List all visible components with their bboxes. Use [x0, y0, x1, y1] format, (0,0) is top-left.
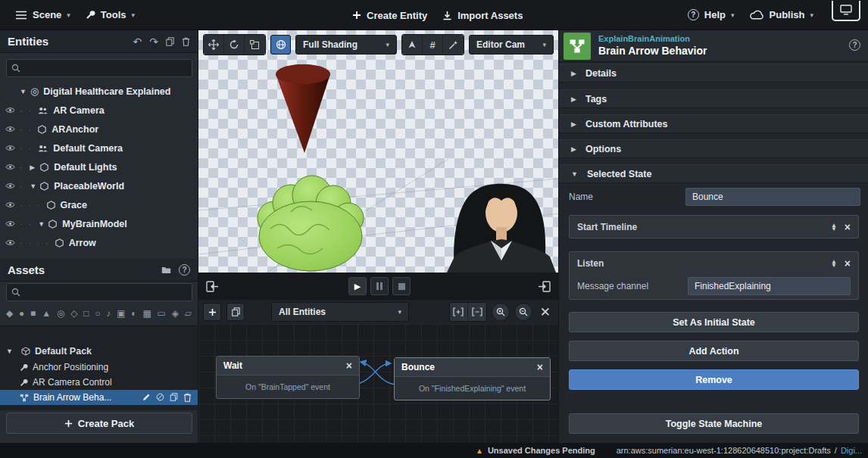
- asset-filter-icon[interactable]: ▱: [185, 308, 192, 319]
- visibility-eye-icon[interactable]: [0, 164, 20, 170]
- close-icon[interactable]: ×: [537, 361, 543, 373]
- preview-button[interactable]: [832, 1, 860, 21]
- tree-row-root[interactable]: ▼ ◎ Digital Healthcare Explained: [0, 82, 198, 101]
- message-channel-input[interactable]: [688, 277, 851, 295]
- delete-icon[interactable]: [182, 37, 190, 46]
- reorder-icon[interactable]: ▲▼: [831, 223, 837, 231]
- duplicate-state-button[interactable]: [226, 303, 245, 321]
- inspector-help-icon[interactable]: ?: [849, 39, 860, 51]
- visibility-eye-icon[interactable]: [0, 201, 20, 208]
- tree-row[interactable]: · ▼ PlaceableWorld: [0, 176, 198, 195]
- create-entity-button[interactable]: Create Entity: [345, 0, 435, 30]
- play-button[interactable]: ▶: [348, 277, 367, 295]
- camera-marker-button[interactable]: [402, 35, 423, 55]
- help-menu[interactable]: ? Help ▾: [680, 0, 742, 30]
- tree-row[interactable]: ·· AR Camera: [0, 101, 198, 120]
- visibility-eye-icon[interactable]: [0, 239, 20, 246]
- toggle-state-machine-button[interactable]: Toggle State Machine: [569, 413, 859, 434]
- tree-row[interactable]: ·· ▼ MyBrainModel: [0, 214, 198, 233]
- 3d-viewport[interactable]: Full Shading ▾ # Editor Cam ▾: [198, 30, 558, 273]
- import-assets-button[interactable]: Import Assets: [435, 0, 530, 30]
- state-node-wait[interactable]: Wait × On "BrainTapped" event: [216, 356, 360, 399]
- world-space-toggle[interactable]: [270, 35, 291, 55]
- tree-row[interactable]: · ▶ Default Lights: [0, 157, 198, 176]
- set-initial-state-button[interactable]: Set As Initial State: [569, 312, 859, 332]
- action-start-timeline[interactable]: Start Timeline ▲▼ ×: [569, 215, 859, 238]
- reorder-icon[interactable]: ▲▼: [831, 260, 837, 267]
- delete-icon[interactable]: [183, 393, 192, 402]
- asset-filter-icon[interactable]: ■: [30, 308, 36, 319]
- entities-search[interactable]: [6, 59, 192, 77]
- caret-down-icon[interactable]: ▼: [20, 88, 30, 95]
- caret-down-icon[interactable]: ▼: [38, 220, 48, 228]
- assets-help-icon[interactable]: ?: [179, 264, 190, 276]
- asset-type-filters[interactable]: ◆●■▲◎◇□○♪▣◐▦▭◈▱: [6, 306, 192, 321]
- state-node-bounce[interactable]: Bounce × On "FinishedExplaining" event: [394, 357, 551, 400]
- add-state-button[interactable]: [203, 303, 221, 321]
- tree-row[interactable]: ·· ARAnchor: [0, 120, 198, 139]
- asset-filter-icon[interactable]: □: [83, 308, 89, 319]
- scale-tool-button[interactable]: [245, 35, 265, 55]
- section-custom-attributes[interactable]: ▶ Custom Attributes: [559, 114, 868, 133]
- section-selected-state[interactable]: ▼ Selected State: [559, 164, 868, 183]
- camera-dropdown[interactable]: Editor Cam ▾: [469, 35, 554, 55]
- tree-row[interactable]: ··· Grace: [0, 195, 198, 214]
- zoom-in-button[interactable]: [492, 303, 510, 321]
- close-panel-icon[interactable]: ✕: [537, 304, 554, 320]
- section-options[interactable]: ▶ Options: [559, 139, 868, 158]
- visibility-eye-icon[interactable]: [0, 107, 20, 114]
- disable-icon[interactable]: [156, 393, 164, 402]
- remove-button[interactable]: Remove: [569, 369, 859, 390]
- remove-action-icon[interactable]: ×: [845, 221, 851, 233]
- exit-playmode-icon[interactable]: [206, 281, 219, 292]
- tree-row[interactable]: ···· Arrow: [0, 233, 198, 252]
- pause-button[interactable]: [370, 277, 389, 295]
- asset-filter-icon[interactable]: ◈: [172, 308, 179, 319]
- asset-filter-icon[interactable]: ◇: [70, 308, 77, 319]
- folder-icon[interactable]: [161, 266, 171, 274]
- caret-down-icon[interactable]: ▼: [6, 347, 17, 355]
- asset-filter-icon[interactable]: ○: [95, 308, 100, 319]
- asset-filter-icon[interactable]: ◐: [131, 308, 136, 319]
- asset-filter-icon[interactable]: ▦: [142, 308, 151, 319]
- asset-item[interactable]: Anchor Positioning: [0, 360, 198, 375]
- project-name[interactable]: Digi...: [841, 446, 862, 455]
- export-icon[interactable]: [538, 281, 551, 292]
- tree-row[interactable]: ·· Default Camera: [0, 139, 198, 157]
- asset-item[interactable]: AR Camera Control: [0, 375, 198, 390]
- frame-in-button[interactable]: [450, 303, 468, 321]
- visibility-eye-icon[interactable]: [0, 220, 20, 227]
- visibility-eye-icon[interactable]: [0, 145, 20, 151]
- section-details[interactable]: ▶ Details: [559, 64, 868, 83]
- state-name-input[interactable]: [685, 188, 860, 206]
- entities-search-input[interactable]: [25, 63, 187, 73]
- scene-menu[interactable]: Scene ▾: [8, 0, 78, 30]
- state-machine-canvas[interactable]: Wait × On "BrainTapped" event Bounce × O…: [198, 324, 558, 443]
- translate-tool-button[interactable]: [204, 35, 224, 55]
- tools-menu[interactable]: Tools ▾: [78, 0, 142, 30]
- rotate-tool-button[interactable]: [224, 35, 245, 55]
- redo-icon[interactable]: ↷: [149, 36, 158, 47]
- section-tags[interactable]: ▶ Tags: [559, 89, 868, 108]
- zoom-out-button[interactable]: [514, 303, 532, 321]
- asset-pack-row[interactable]: ▼ Default Pack: [0, 343, 198, 360]
- duplicate-icon[interactable]: [166, 37, 174, 46]
- publish-menu[interactable]: Publish ▾: [742, 0, 821, 30]
- remove-action-icon[interactable]: ×: [845, 257, 851, 270]
- create-pack-button[interactable]: Create Pack: [6, 413, 192, 434]
- asset-filter-icon[interactable]: ◎: [57, 308, 64, 319]
- visibility-eye-icon[interactable]: [0, 126, 20, 132]
- stop-button[interactable]: [392, 277, 411, 295]
- action-listen[interactable]: Listen ▲▼ × Message channel: [569, 251, 859, 300]
- shading-dropdown[interactable]: Full Shading ▾: [295, 35, 397, 55]
- duplicate-icon[interactable]: [170, 393, 178, 402]
- caret-right-icon[interactable]: ▶: [30, 164, 40, 171]
- asset-filter-icon[interactable]: ▲: [42, 308, 51, 319]
- asset-filter-icon[interactable]: ◆: [6, 308, 13, 319]
- asset-filter-icon[interactable]: ▭: [158, 308, 166, 319]
- add-action-button[interactable]: Add Action: [569, 341, 859, 361]
- post-effects-button[interactable]: [443, 35, 464, 55]
- assets-search-input[interactable]: [25, 287, 187, 298]
- asset-filter-icon[interactable]: ●: [19, 308, 24, 319]
- undo-icon[interactable]: ↶: [133, 36, 142, 47]
